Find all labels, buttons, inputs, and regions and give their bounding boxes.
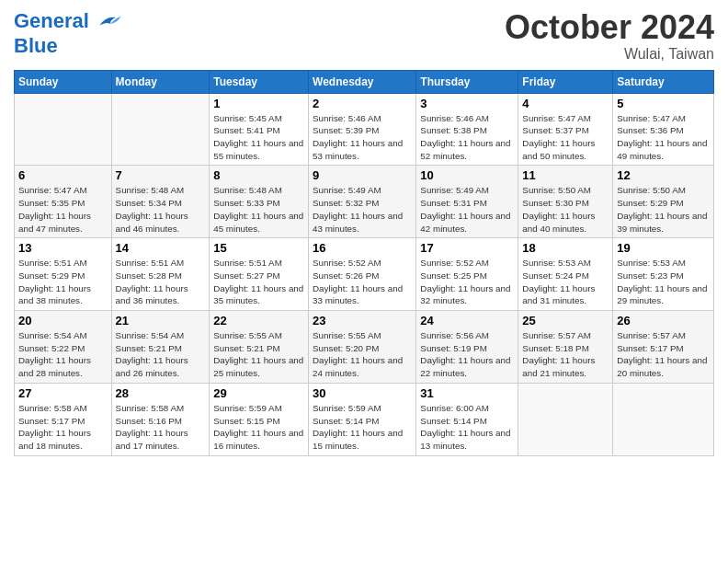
day-info: Sunrise: 5:46 AM Sunset: 5:39 PM Dayligh… bbox=[313, 112, 412, 163]
day-number: 9 bbox=[313, 168, 412, 182]
table-row: 7Sunrise: 5:48 AM Sunset: 5:34 PM Daylig… bbox=[111, 166, 210, 238]
day-info: Sunrise: 5:52 AM Sunset: 5:25 PM Dayligh… bbox=[420, 257, 514, 307]
table-row bbox=[15, 93, 112, 166]
table-row: 2Sunrise: 5:46 AM Sunset: 5:39 PM Daylig… bbox=[309, 93, 416, 166]
day-info: Sunrise: 5:55 AM Sunset: 5:21 PM Dayligh… bbox=[213, 329, 304, 380]
day-info: Sunrise: 5:59 AM Sunset: 5:14 PM Dayligh… bbox=[313, 402, 412, 453]
day-number: 31 bbox=[420, 386, 514, 400]
table-row: 22Sunrise: 5:55 AM Sunset: 5:21 PM Dayli… bbox=[210, 311, 309, 384]
day-info: Sunrise: 5:58 AM Sunset: 5:17 PM Dayligh… bbox=[18, 402, 108, 453]
day-number: 17 bbox=[420, 241, 514, 255]
table-row: 19Sunrise: 5:53 AM Sunset: 5:23 PM Dayli… bbox=[613, 238, 714, 311]
day-info: Sunrise: 5:47 AM Sunset: 5:35 PM Dayligh… bbox=[18, 184, 108, 235]
day-info: Sunrise: 5:50 AM Sunset: 5:29 PM Dayligh… bbox=[617, 184, 710, 235]
day-number: 5 bbox=[617, 97, 710, 110]
table-row: 31Sunrise: 6:00 AM Sunset: 5:14 PM Dayli… bbox=[416, 383, 518, 455]
day-number: 8 bbox=[213, 168, 304, 182]
day-info: Sunrise: 5:46 AM Sunset: 5:38 PM Dayligh… bbox=[420, 112, 514, 163]
table-row: 24Sunrise: 5:56 AM Sunset: 5:19 PM Dayli… bbox=[416, 311, 518, 384]
day-info: Sunrise: 5:54 AM Sunset: 5:21 PM Dayligh… bbox=[116, 329, 206, 380]
day-info: Sunrise: 5:53 AM Sunset: 5:23 PM Dayligh… bbox=[617, 257, 710, 307]
day-number: 15 bbox=[213, 241, 304, 255]
table-row: 29Sunrise: 5:59 AM Sunset: 5:15 PM Dayli… bbox=[210, 383, 309, 455]
col-thursday: Thursday bbox=[416, 70, 518, 93]
day-info: Sunrise: 5:58 AM Sunset: 5:16 PM Dayligh… bbox=[116, 402, 206, 453]
table-row bbox=[613, 383, 714, 455]
header-row: Sunday Monday Tuesday Wednesday Thursday… bbox=[15, 70, 714, 93]
table-row: 9Sunrise: 5:49 AM Sunset: 5:32 PM Daylig… bbox=[309, 166, 416, 238]
table-row: 26Sunrise: 5:57 AM Sunset: 5:17 PM Dayli… bbox=[613, 311, 714, 384]
table-row: 28Sunrise: 5:58 AM Sunset: 5:16 PM Dayli… bbox=[111, 383, 210, 455]
day-number: 28 bbox=[116, 386, 206, 400]
day-info: Sunrise: 5:51 AM Sunset: 5:29 PM Dayligh… bbox=[18, 257, 108, 307]
day-info: Sunrise: 5:55 AM Sunset: 5:20 PM Dayligh… bbox=[313, 329, 412, 380]
table-row: 27Sunrise: 5:58 AM Sunset: 5:17 PM Dayli… bbox=[15, 383, 112, 455]
day-info: Sunrise: 5:57 AM Sunset: 5:18 PM Dayligh… bbox=[522, 329, 609, 380]
day-info: Sunrise: 5:48 AM Sunset: 5:34 PM Dayligh… bbox=[116, 184, 206, 235]
logo: General Blue bbox=[14, 9, 122, 57]
day-info: Sunrise: 5:45 AM Sunset: 5:41 PM Dayligh… bbox=[213, 112, 304, 163]
day-info: Sunrise: 5:48 AM Sunset: 5:33 PM Dayligh… bbox=[213, 184, 304, 235]
calendar-header: Sunday Monday Tuesday Wednesday Thursday… bbox=[15, 70, 714, 93]
logo-line1: General bbox=[14, 9, 89, 32]
day-info: Sunrise: 5:49 AM Sunset: 5:32 PM Dayligh… bbox=[313, 184, 412, 235]
day-info: Sunrise: 6:00 AM Sunset: 5:14 PM Dayligh… bbox=[420, 402, 514, 453]
day-number: 1 bbox=[213, 97, 304, 110]
table-row: 21Sunrise: 5:54 AM Sunset: 5:21 PM Dayli… bbox=[111, 311, 210, 384]
day-number: 18 bbox=[522, 241, 609, 255]
day-info: Sunrise: 5:51 AM Sunset: 5:28 PM Dayligh… bbox=[116, 257, 206, 307]
table-row: 14Sunrise: 5:51 AM Sunset: 5:28 PM Dayli… bbox=[111, 238, 210, 311]
day-info: Sunrise: 5:47 AM Sunset: 5:36 PM Dayligh… bbox=[617, 112, 710, 163]
table-row: 1Sunrise: 5:45 AM Sunset: 5:41 PM Daylig… bbox=[210, 93, 309, 166]
calendar-table: Sunday Monday Tuesday Wednesday Thursday… bbox=[14, 70, 714, 456]
table-row: 4Sunrise: 5:47 AM Sunset: 5:37 PM Daylig… bbox=[518, 93, 613, 166]
table-row: 15Sunrise: 5:51 AM Sunset: 5:27 PM Dayli… bbox=[210, 238, 309, 311]
day-info: Sunrise: 5:52 AM Sunset: 5:26 PM Dayligh… bbox=[313, 257, 412, 307]
week-row: 6Sunrise: 5:47 AM Sunset: 5:35 PM Daylig… bbox=[15, 166, 714, 238]
week-row: 27Sunrise: 5:58 AM Sunset: 5:17 PM Dayli… bbox=[15, 383, 714, 455]
day-info: Sunrise: 5:54 AM Sunset: 5:22 PM Dayligh… bbox=[18, 329, 108, 380]
day-number: 23 bbox=[313, 314, 412, 327]
day-info: Sunrise: 5:53 AM Sunset: 5:24 PM Dayligh… bbox=[522, 257, 609, 307]
logo-line2: Blue bbox=[14, 35, 122, 57]
week-row: 20Sunrise: 5:54 AM Sunset: 5:22 PM Dayli… bbox=[15, 311, 714, 384]
table-row: 16Sunrise: 5:52 AM Sunset: 5:26 PM Dayli… bbox=[309, 238, 416, 311]
day-number: 16 bbox=[313, 241, 412, 255]
day-number: 22 bbox=[213, 314, 304, 327]
table-row: 10Sunrise: 5:49 AM Sunset: 5:31 PM Dayli… bbox=[416, 166, 518, 238]
table-row bbox=[518, 383, 613, 455]
day-number: 3 bbox=[420, 97, 514, 110]
col-saturday: Saturday bbox=[613, 70, 714, 93]
table-row: 8Sunrise: 5:48 AM Sunset: 5:33 PM Daylig… bbox=[210, 166, 309, 238]
table-row: 12Sunrise: 5:50 AM Sunset: 5:29 PM Dayli… bbox=[613, 166, 714, 238]
table-row: 5Sunrise: 5:47 AM Sunset: 5:36 PM Daylig… bbox=[613, 93, 714, 166]
week-row: 1Sunrise: 5:45 AM Sunset: 5:41 PM Daylig… bbox=[15, 93, 714, 166]
day-info: Sunrise: 5:56 AM Sunset: 5:19 PM Dayligh… bbox=[420, 329, 514, 380]
day-number: 20 bbox=[18, 314, 108, 327]
table-row: 23Sunrise: 5:55 AM Sunset: 5:20 PM Dayli… bbox=[309, 311, 416, 384]
day-number: 6 bbox=[18, 168, 108, 182]
col-monday: Monday bbox=[111, 70, 210, 93]
table-row: 25Sunrise: 5:57 AM Sunset: 5:18 PM Dayli… bbox=[518, 311, 613, 384]
table-row: 3Sunrise: 5:46 AM Sunset: 5:38 PM Daylig… bbox=[416, 93, 518, 166]
table-row: 20Sunrise: 5:54 AM Sunset: 5:22 PM Dayli… bbox=[15, 311, 112, 384]
table-row: 11Sunrise: 5:50 AM Sunset: 5:30 PM Dayli… bbox=[518, 166, 613, 238]
day-info: Sunrise: 5:57 AM Sunset: 5:17 PM Dayligh… bbox=[617, 329, 710, 380]
day-number: 24 bbox=[420, 314, 514, 327]
col-friday: Friday bbox=[518, 70, 613, 93]
day-number: 27 bbox=[18, 386, 108, 400]
table-row: 17Sunrise: 5:52 AM Sunset: 5:25 PM Dayli… bbox=[416, 238, 518, 311]
day-info: Sunrise: 5:47 AM Sunset: 5:37 PM Dayligh… bbox=[522, 112, 609, 163]
table-row: 13Sunrise: 5:51 AM Sunset: 5:29 PM Dayli… bbox=[15, 238, 112, 311]
col-wednesday: Wednesday bbox=[309, 70, 416, 93]
day-number: 29 bbox=[213, 386, 304, 400]
table-row: 30Sunrise: 5:59 AM Sunset: 5:14 PM Dayli… bbox=[309, 383, 416, 455]
day-info: Sunrise: 5:51 AM Sunset: 5:27 PM Dayligh… bbox=[213, 257, 304, 307]
title-block: October 2024 Wulai, Taiwan bbox=[505, 9, 714, 63]
day-number: 11 bbox=[522, 168, 609, 182]
day-number: 21 bbox=[116, 314, 206, 327]
table-row: 18Sunrise: 5:53 AM Sunset: 5:24 PM Dayli… bbox=[518, 238, 613, 311]
col-tuesday: Tuesday bbox=[210, 70, 309, 93]
table-row bbox=[111, 93, 210, 166]
day-number: 26 bbox=[617, 314, 710, 327]
